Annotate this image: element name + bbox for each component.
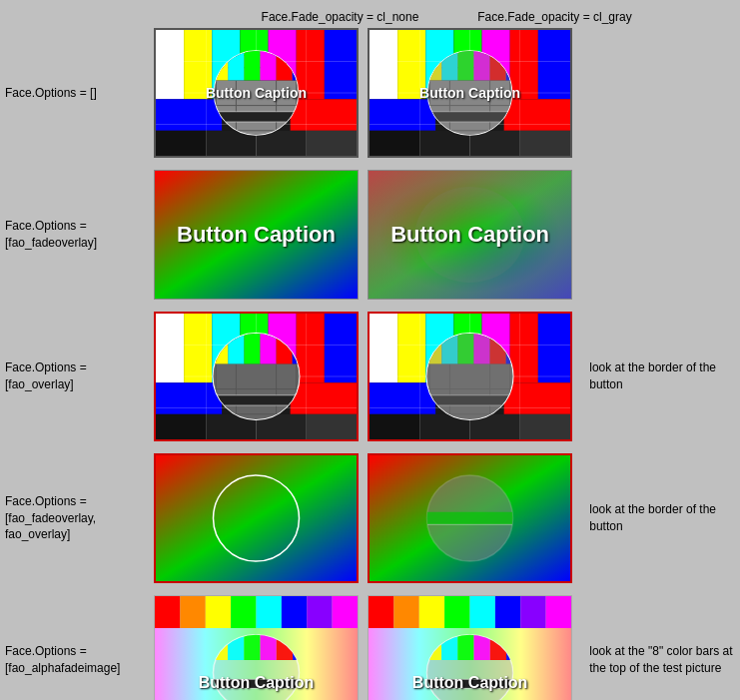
svg-rect-62 — [520, 131, 570, 156]
svg-rect-208 — [231, 596, 256, 628]
row-4-note: look at the border of the button — [581, 501, 735, 535]
row-5-col1[interactable]: Button Caption — [154, 595, 360, 700]
svg-rect-7 — [325, 30, 357, 99]
svg-rect-156 — [538, 314, 570, 382]
row-1-col1-caption: Button Caption — [206, 85, 307, 101]
svg-rect-207 — [206, 596, 231, 628]
svg-rect-160 — [370, 414, 419, 439]
header-row: Face.Fade_opacity = cl_none Face.Fade_op… — [160, 10, 735, 24]
svg-rect-230 — [495, 596, 520, 628]
svg-rect-226 — [393, 596, 418, 628]
svg-rect-210 — [282, 596, 307, 628]
svg-rect-150 — [370, 314, 397, 382]
row-1-col2-caption: Button Caption — [419, 85, 520, 101]
row-3: Face.Options = [fao_overlay] — [5, 312, 735, 441]
row-2-col1[interactable]: Button Caption — [154, 170, 360, 300]
svg-rect-157 — [370, 382, 435, 414]
svg-rect-108 — [325, 314, 357, 382]
row-2-col2-caption: Button Caption — [390, 222, 549, 248]
header-col2: Face.Fade_opacity = cl_gray — [447, 10, 662, 24]
row-5-col1-caption: Button Caption — [199, 674, 315, 692]
row-2: Face.Options = [fao_fadeoverlay] Button … — [5, 170, 735, 300]
row-4-col1[interactable] — [154, 453, 360, 583]
svg-rect-225 — [369, 596, 393, 628]
svg-rect-211 — [307, 596, 332, 628]
svg-rect-229 — [470, 596, 495, 628]
svg-rect-8 — [156, 99, 222, 131]
svg-rect-56 — [370, 99, 435, 131]
svg-rect-209 — [256, 596, 281, 628]
svg-rect-10 — [291, 99, 357, 131]
row-5-col2-caption: Button Caption — [412, 674, 528, 692]
svg-rect-102 — [156, 314, 184, 382]
svg-rect-163 — [520, 414, 570, 439]
svg-rect-151 — [397, 314, 425, 382]
row-4-col2[interactable] — [368, 453, 573, 583]
svg-rect-109 — [156, 382, 222, 414]
row-1-col1[interactable]: Button Caption — [154, 28, 360, 158]
row-3-note: look at the border of the button — [581, 359, 735, 393]
svg-rect-103 — [184, 314, 212, 382]
svg-rect-111 — [291, 382, 357, 414]
row-3-col1[interactable] — [154, 312, 360, 441]
svg-rect-55 — [538, 30, 570, 99]
svg-rect-159 — [504, 382, 570, 414]
svg-rect-205 — [155, 596, 180, 628]
svg-rect-198 — [156, 455, 357, 581]
row-1-label: Face.Options = [] — [5, 85, 154, 102]
row-2-col2[interactable]: Button Caption — [368, 170, 573, 300]
svg-rect-206 — [180, 596, 205, 628]
row-1-col2[interactable]: Button Caption — [368, 28, 573, 158]
svg-rect-227 — [419, 596, 444, 628]
row-2-col1-caption: Button Caption — [177, 222, 336, 248]
row-3-col2[interactable] — [368, 312, 573, 441]
row-5-label: Face.Options = [fao_alphafadeimage] — [5, 643, 154, 677]
row-5: Face.Options = [fao_alphafadeimage] — [5, 595, 735, 700]
svg-rect-58 — [504, 99, 570, 131]
page-container: Face.Fade_opacity = cl_none Face.Fade_op… — [0, 0, 740, 700]
row-3-label: Face.Options = [fao_overlay] — [5, 359, 154, 393]
row-2-label: Face.Options = [fao_fadeoverlay] — [5, 218, 154, 252]
svg-rect-232 — [546, 596, 571, 628]
row-5-col2[interactable]: Button Caption — [368, 595, 573, 700]
svg-rect-1 — [156, 30, 184, 99]
svg-rect-212 — [333, 596, 358, 628]
svg-rect-231 — [520, 596, 545, 628]
row-5-note: look at the "8" color bars at the top of… — [581, 643, 735, 677]
svg-rect-228 — [444, 596, 469, 628]
svg-rect-115 — [307, 414, 357, 439]
svg-rect-11 — [156, 131, 206, 156]
svg-rect-112 — [156, 414, 206, 439]
svg-rect-155 — [510, 314, 538, 382]
svg-rect-107 — [297, 314, 325, 382]
svg-rect-49 — [370, 30, 397, 99]
row-1: Face.Options = [] — [5, 28, 735, 158]
header-col1: Face.Fade_opacity = cl_none — [233, 10, 447, 24]
svg-rect-14 — [307, 131, 357, 156]
row-4: Face.Options = [fao_fadeoverlay, fao_ove… — [5, 453, 735, 583]
row-4-label: Face.Options = [fao_fadeoverlay, fao_ove… — [5, 493, 154, 543]
svg-rect-59 — [370, 131, 419, 156]
